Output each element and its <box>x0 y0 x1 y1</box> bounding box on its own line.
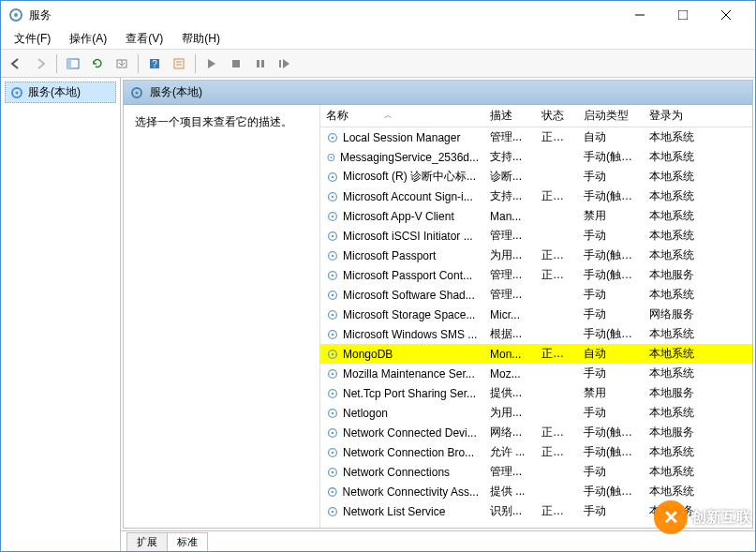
gear-icon <box>326 171 339 184</box>
start-service-button[interactable] <box>200 52 223 75</box>
help-button[interactable]: ? <box>143 52 166 75</box>
pause-service-button[interactable] <box>249 52 272 75</box>
restart-service-button[interactable] <box>274 52 296 75</box>
refresh-button[interactable] <box>86 52 109 75</box>
svg-point-55 <box>332 451 334 454</box>
service-status: 正在... <box>536 423 578 442</box>
service-row[interactable]: Microsoft Account Sign-i...支持...正在...手动(… <box>320 186 752 206</box>
service-logon: 本地系统 <box>644 344 709 364</box>
tree-node-services-local[interactable]: 服务(本地) <box>5 82 116 103</box>
gear-icon <box>326 249 339 262</box>
service-desc: Mon... <box>484 346 536 363</box>
properties-button[interactable] <box>168 52 190 75</box>
tab-extended[interactable]: 扩展 <box>126 532 168 551</box>
main-area: 服务(本地) 服务(本地) 选择一个项目来查看它的描述。 名称︿ 描述 状态 启… <box>1 78 755 551</box>
svg-point-33 <box>332 234 334 237</box>
svg-rect-17 <box>279 60 281 67</box>
service-row[interactable]: Local Session Manager管理...正在...自动本地系统 <box>320 127 752 147</box>
service-name: Network List Service <box>343 505 445 518</box>
forward-button[interactable] <box>29 52 52 75</box>
tab-standard[interactable]: 标准 <box>167 532 208 551</box>
service-desc: 诊断... <box>484 167 536 186</box>
service-logon: 本地系统 <box>644 226 709 246</box>
service-status: 正在... <box>536 344 578 364</box>
service-status <box>536 215 578 218</box>
service-name: MongoDB <box>343 348 393 361</box>
toolbar-separator <box>195 54 196 73</box>
column-header-desc[interactable]: 描述 <box>484 105 536 127</box>
service-row[interactable]: Network Connection Bro...允许 ...正在...手动(触… <box>320 442 752 462</box>
service-name: Network Connection Bro... <box>343 446 474 459</box>
service-logon: 本地系统 <box>644 403 709 423</box>
service-logon: 本地服务 <box>644 265 709 285</box>
service-desc: 识别... <box>484 501 536 521</box>
gear-icon <box>326 367 339 380</box>
column-header-logon[interactable]: 登录为 <box>644 105 709 127</box>
service-row[interactable]: Network Connectivity Ass...提供 ...手动(触发..… <box>320 482 752 501</box>
service-row[interactable]: Network Connections管理...手动本地系统 <box>320 462 752 482</box>
service-row[interactable]: Microsoft App-V ClientMan...禁用本地系统 <box>320 206 752 226</box>
svg-point-1 <box>14 13 18 17</box>
column-header-startup[interactable]: 启动类型 <box>578 105 644 127</box>
svg-point-49 <box>332 392 334 395</box>
gear-icon <box>326 289 339 302</box>
service-status: 正在... <box>536 127 578 147</box>
service-row[interactable]: Network Connected Devi...网络...正在...手动(触发… <box>320 423 752 442</box>
export-button[interactable] <box>111 52 133 75</box>
service-row[interactable]: Microsoft (R) 诊断中心标...诊断...手动本地系统 <box>320 167 752 186</box>
gear-icon <box>326 131 339 144</box>
service-row[interactable]: Microsoft Passport Cont...管理...正在...手动(触… <box>320 265 752 285</box>
service-row[interactable]: MessagingService_2536d...支持...手动(触发...本地… <box>320 147 752 167</box>
menu-view[interactable]: 查看(V) <box>118 29 170 49</box>
svg-point-59 <box>332 490 334 493</box>
service-desc: Moz... <box>484 366 536 382</box>
service-row[interactable]: Microsoft Storage Space...Micr...手动网络服务 <box>320 305 752 324</box>
service-startup: 手动(触发... <box>578 324 644 344</box>
column-header-status[interactable]: 状态 <box>536 105 578 127</box>
service-row[interactable]: Microsoft Software Shad...管理...手动本地系统 <box>320 285 752 305</box>
show-hide-button[interactable] <box>62 52 84 75</box>
service-status <box>536 156 578 159</box>
service-startup: 手动 <box>578 226 644 246</box>
service-name: Netlogon <box>343 407 388 420</box>
service-status <box>536 175 578 179</box>
gear-icon <box>326 426 339 440</box>
service-row[interactable]: Mozilla Maintenance Ser...Moz...手动本地系统 <box>320 364 752 383</box>
service-status <box>536 411 578 415</box>
service-logon: 本地系统 <box>644 324 709 344</box>
list-scroll-area[interactable]: Local Session Manager管理...正在...自动本地系统Mes… <box>320 127 752 528</box>
service-startup: 自动 <box>578 127 644 147</box>
svg-point-19 <box>16 91 19 94</box>
service-row[interactable]: Microsoft Windows SMS ...根据...手动(触发...本地… <box>320 324 752 344</box>
service-row[interactable]: MongoDBMon...正在...自动本地系统 <box>320 344 752 364</box>
service-row[interactable]: Netlogon为用...手动本地系统 <box>320 403 752 423</box>
svg-point-27 <box>332 175 334 178</box>
menu-action[interactable]: 操作(A) <box>62 29 114 49</box>
menu-file[interactable]: 文件(F) <box>7 29 58 49</box>
service-desc: 允许 ... <box>484 442 536 462</box>
service-row[interactable]: Microsoft Passport为用...正在...手动(触发...本地系统 <box>320 246 752 265</box>
back-button[interactable] <box>5 52 27 75</box>
service-row[interactable]: Microsoft iSCSI Initiator ...管理...手动本地系统 <box>320 226 752 246</box>
service-desc: 管理... <box>484 285 536 305</box>
menu-help[interactable]: 帮助(H) <box>174 29 228 49</box>
minimize-button[interactable] <box>618 1 661 29</box>
service-status <box>536 333 578 336</box>
gear-icon <box>326 308 339 321</box>
service-name: Network Connectivity Ass... <box>343 485 479 499</box>
maximize-button[interactable] <box>661 1 704 29</box>
close-button[interactable] <box>704 1 748 29</box>
service-name: Microsoft Passport Cont... <box>343 269 472 282</box>
service-status: 正在... <box>536 246 578 265</box>
service-startup: 手动 <box>578 167 644 186</box>
column-header-name[interactable]: 名称︿ <box>320 105 484 127</box>
svg-point-53 <box>332 431 334 434</box>
service-row[interactable]: Net.Tcp Port Sharing Ser...提供...禁用本地服务 <box>320 383 752 403</box>
service-startup: 手动(触发... <box>578 442 644 462</box>
svg-rect-16 <box>261 60 264 67</box>
titlebar: 服务 <box>1 1 755 29</box>
stop-service-button[interactable] <box>225 52 247 75</box>
gear-icon <box>326 485 339 499</box>
content-header-title: 服务(本地) <box>150 84 202 100</box>
service-logon: 本地系统 <box>644 285 709 305</box>
